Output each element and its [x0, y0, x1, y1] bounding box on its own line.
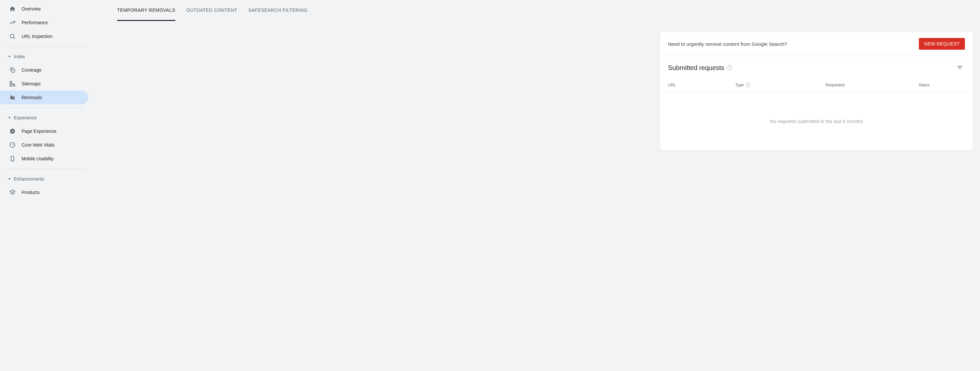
section-header-index[interactable]: Index	[0, 50, 91, 63]
smartphone-icon	[9, 155, 16, 162]
home-icon	[9, 6, 16, 12]
gauge-icon	[9, 142, 16, 148]
svg-rect-5	[10, 85, 12, 86]
sidebar-item-label: Core Web Vitals	[22, 142, 55, 148]
visibility-off-icon	[9, 94, 16, 101]
removals-card: Need to urgently remove content from Goo…	[660, 32, 973, 150]
section-header-experience[interactable]: Experience	[0, 111, 91, 124]
new-request-button[interactable]: NEW REQUEST	[919, 38, 965, 50]
sidebar-item-label: Overview	[22, 6, 41, 11]
svg-rect-3	[10, 81, 12, 83]
search-icon	[9, 33, 16, 40]
sidebar-item-page-experience[interactable]: Page Experience	[0, 124, 88, 138]
sidebar-item-removals[interactable]: Removals	[0, 91, 88, 104]
tab-temporary-removals[interactable]: TEMPORARY REMOVALS	[117, 0, 175, 21]
sidebar-item-label: Mobile Usability	[22, 156, 54, 161]
section-header-enhancements[interactable]: Enhancements	[0, 172, 91, 186]
sidebar-item-products[interactable]: Products	[0, 186, 88, 199]
svg-rect-4	[13, 85, 15, 86]
column-header-type: Type ?	[735, 83, 826, 88]
section-title: Experience	[14, 115, 37, 120]
column-header-type-label: Type	[735, 83, 744, 88]
card-header: Need to urgently remove content from Goo…	[660, 32, 973, 56]
sidebar-item-label: Coverage	[22, 67, 41, 73]
caret-down-icon	[8, 177, 12, 181]
copy-icon	[9, 67, 16, 73]
main-content: TEMPORARY REMOVALS OUTDATED CONTENT SAFE…	[91, 0, 980, 371]
tab-safesearch-filtering[interactable]: SAFESEARCH FILTERING	[248, 0, 307, 21]
section-title: Enhancements	[14, 176, 44, 182]
column-header-status: Status	[918, 83, 965, 88]
sidebar-item-label: Page Experience	[22, 129, 57, 134]
filter-button[interactable]	[955, 62, 965, 73]
tabs: TEMPORARY REMOVALS OUTDATED CONTENT SAFE…	[91, 0, 980, 21]
trending-up-icon	[9, 19, 16, 26]
circle-plus-icon	[9, 128, 16, 134]
prompt-text: Need to urgently remove content from Goo…	[668, 41, 787, 47]
column-header-requested: Requested	[826, 83, 918, 88]
caret-down-icon	[8, 116, 12, 119]
sidebar-item-label: Performance	[22, 20, 48, 25]
tab-outdated-content[interactable]: OUTDATED CONTENT	[186, 0, 237, 21]
sidebar: Overview Performance URL inspection Inde…	[0, 0, 91, 371]
empty-state-text: No requests submitted in the last 6 mont…	[660, 92, 973, 150]
divider	[6, 169, 85, 169]
sidebar-item-overview[interactable]: Overview	[0, 2, 88, 16]
sidebar-item-mobile-usability[interactable]: Mobile Usability	[0, 152, 88, 166]
filter-icon	[956, 64, 963, 71]
column-header-url: URL	[668, 83, 735, 88]
sidebar-item-sitemaps[interactable]: Sitemaps	[0, 77, 88, 91]
submitted-requests-title: Submitted requests ?	[668, 64, 732, 72]
sidebar-item-url-inspection[interactable]: URL inspection	[0, 29, 88, 43]
help-icon[interactable]: ?	[727, 65, 732, 70]
layers-icon	[9, 189, 16, 196]
table-header-row: URL Type ? Requested Status	[660, 76, 973, 92]
subtitle-text: Submitted requests	[668, 64, 724, 72]
card-subheader: Submitted requests ?	[660, 56, 973, 76]
section-title: Index	[14, 54, 25, 59]
svg-marker-10	[10, 190, 15, 193]
svg-rect-2	[12, 69, 15, 72]
svg-point-0	[10, 34, 14, 38]
sidebar-item-core-web-vitals[interactable]: Core Web Vitals	[0, 138, 88, 152]
divider	[6, 46, 85, 47]
sidebar-item-performance[interactable]: Performance	[0, 16, 88, 29]
sidebar-item-coverage[interactable]: Coverage	[0, 63, 88, 77]
sidebar-item-label: URL inspection	[22, 34, 52, 39]
help-icon[interactable]: ?	[746, 83, 750, 88]
sidebar-item-label: Removals	[22, 95, 42, 100]
sidebar-item-label: Sitemaps	[22, 81, 41, 86]
caret-down-icon	[8, 55, 12, 58]
sidebar-item-label: Products	[22, 190, 40, 195]
divider	[6, 108, 85, 108]
svg-line-1	[14, 38, 15, 39]
sitemap-icon	[9, 81, 16, 87]
